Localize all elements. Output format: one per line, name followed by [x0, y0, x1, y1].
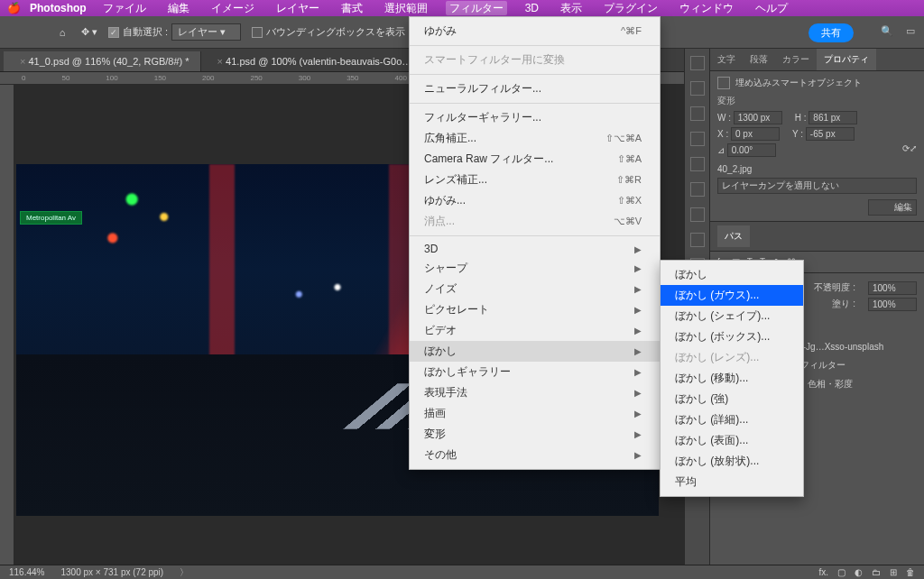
blur-submenu[interactable]: ぼかしぼかし (ガウス)...ぼかし (シェイプ)...ぼかし (ボックス)..… — [660, 260, 804, 497]
menu-item[interactable]: Camera Raw フィルター...⇧⌘A — [410, 149, 660, 170]
status-bar: 116.44% 1300 px × 731 px (72 ppi) 〉 fx. … — [0, 565, 924, 579]
auto-select-label: 自動選択 : — [123, 25, 168, 39]
submenu-item[interactable]: ぼかし (ガウス)... — [661, 285, 803, 306]
angle-input[interactable]: 0.00° — [727, 143, 776, 157]
show-bbox-checkbox[interactable] — [252, 27, 263, 38]
apple-icon[interactable]: 🍎 — [7, 2, 21, 14]
submenu-item: ぼかし (レンズ)... — [661, 347, 803, 368]
wand-icon[interactable] — [690, 132, 705, 146]
submenu-item[interactable]: ぼかし (ボックス)... — [661, 326, 803, 347]
auto-select-checkbox[interactable]: ✓ — [108, 27, 119, 38]
submenu-item[interactable]: ぼかし (表面)... — [661, 430, 803, 451]
menu-イメージ[interactable]: イメージ — [208, 1, 258, 15]
auto-select-target[interactable]: レイヤー ▾ — [171, 23, 241, 41]
menu-フィルター[interactable]: フィルター — [446, 1, 507, 15]
mask-new-icon[interactable]: ▢ — [837, 567, 845, 577]
height-input[interactable]: 861 px — [808, 111, 857, 124]
brush-icon[interactable] — [690, 233, 705, 247]
panel-tab-カラー[interactable]: カラー — [775, 49, 817, 70]
menu-item[interactable]: 広角補正...⇧⌥⌘A — [410, 128, 660, 149]
marquee-icon[interactable] — [690, 81, 705, 96]
linked-object-name: 40_2.jpg — [717, 164, 917, 174]
menu-編集[interactable]: 編集 — [164, 1, 193, 15]
menu-item[interactable]: ビデオ▶ — [410, 320, 660, 341]
document-tab[interactable]: × 41.psd @ 100% (valentin-beauvais-G0o… — [201, 51, 424, 71]
doc-dims: 1300 px × 731 px (72 ppi) — [60, 567, 163, 577]
submenu-item[interactable]: ぼかし (移動)... — [661, 368, 803, 389]
move-tool-icon[interactable]: ✥ ▾ — [81, 26, 97, 38]
menu-item[interactable]: 表現手法▶ — [410, 382, 660, 403]
menu-item[interactable]: ゆがみ...⇧⌘X — [410, 190, 660, 211]
menu-選択範囲[interactable]: 選択範囲 — [381, 1, 431, 15]
search-icon[interactable]: 🔍 — [881, 25, 893, 37]
menu-レイヤー[interactable]: レイヤー — [273, 1, 323, 15]
submenu-item[interactable]: ぼかし (詳細)... — [661, 409, 803, 430]
panel-tab-段落[interactable]: 段落 — [743, 49, 775, 70]
menu-item[interactable]: フィルターギャラリー... — [410, 107, 660, 128]
workspace-icon[interactable]: ▭ — [906, 25, 915, 37]
panel-tab-文字[interactable]: 文字 — [710, 49, 743, 70]
menu-ヘルプ[interactable]: ヘルプ — [752, 1, 791, 15]
submenu-item[interactable]: 平均 — [661, 472, 803, 492]
layer-name: 色相・彩度 — [808, 378, 853, 391]
menu-item[interactable]: ゆがみ^⌘F — [410, 21, 660, 41]
menu-item[interactable]: ノイズ▶ — [410, 279, 660, 299]
document-tab[interactable]: × 41_0.psd @ 116% (40_2, RGB/8#) * — [4, 51, 201, 71]
adjustment-icon[interactable]: ◐ — [855, 567, 863, 577]
menu-item[interactable]: ピクセレート▶ — [410, 299, 660, 320]
share-button[interactable]: 共有 — [808, 23, 854, 42]
smart-object-icon — [717, 77, 730, 89]
width-input[interactable]: 1300 px — [734, 111, 782, 124]
menu-item[interactable]: 描画▶ — [410, 403, 660, 424]
crop-icon[interactable] — [690, 157, 705, 171]
delete-icon[interactable]: 🗑 — [906, 567, 915, 577]
menu-item[interactable]: その他▶ — [410, 445, 660, 465]
menu-ウィンドウ[interactable]: ウィンドウ — [676, 1, 737, 15]
close-tab-icon[interactable]: × — [217, 56, 223, 67]
submenu-item[interactable]: ぼかし (放射状)... — [661, 451, 803, 472]
menu-item: 消点...⌥⌘V — [410, 211, 660, 232]
menu-プラグイン[interactable]: プラグイン — [600, 1, 661, 15]
menu-書式[interactable]: 書式 — [337, 1, 366, 15]
frame-icon[interactable] — [690, 182, 705, 197]
menu-3D[interactable]: 3D — [522, 1, 542, 15]
properties-tabs: 文字段落カラープロパティ — [710, 49, 924, 71]
fill-input[interactable]: 100% — [868, 298, 917, 311]
menu-ファイル[interactable]: ファイル — [99, 1, 150, 15]
os-menubar: 🍎 Photoshop ファイル編集イメージレイヤー書式選択範囲フィルター3D表… — [0, 0, 924, 16]
show-bbox-label: バウンディングボックスを表示 — [266, 25, 405, 39]
zoom-readout[interactable]: 116.44% — [9, 567, 44, 577]
panel-tab-プロパティ[interactable]: プロパティ — [817, 49, 876, 70]
y-input[interactable]: -65 px — [806, 127, 855, 141]
menu-item[interactable]: ニューラルフィルター... — [410, 78, 660, 99]
filter-menu-dropdown[interactable]: ゆがみ^⌘Fスマートフィルター用に変換ニューラルフィルター...フィルターギャラ… — [409, 16, 661, 470]
new-layer-icon[interactable]: ⊞ — [890, 567, 897, 577]
menu-item[interactable]: 変形▶ — [410, 424, 660, 445]
menu-item[interactable]: ぼかしギャラリー▶ — [410, 362, 660, 382]
edit-contents-button[interactable]: 編集 — [868, 199, 917, 216]
menu-item[interactable]: ぼかし▶ — [410, 341, 660, 362]
transform-header: 変形 — [717, 95, 917, 107]
submenu-item[interactable]: ぼかし (強) — [661, 389, 803, 409]
layer-comp-select[interactable]: レイヤーカンプを適用しない — [717, 178, 917, 194]
lasso-icon[interactable] — [690, 106, 705, 121]
opacity-input[interactable]: 100% — [868, 281, 917, 295]
properties-object-type: 埋め込みスマートオブジェクト — [735, 77, 862, 89]
menu-表示[interactable]: 表示 — [557, 1, 586, 15]
tab-paths[interactable]: パス — [717, 225, 750, 247]
move-icon[interactable] — [690, 56, 705, 70]
menu-item: スマートフィルター用に変換 — [410, 50, 660, 70]
street-sign: Metropolitan Av — [20, 211, 82, 225]
home-icon[interactable]: ⌂ — [54, 24, 70, 41]
menu-item[interactable]: レンズ補正...⇧⌘R — [410, 170, 660, 190]
menu-item[interactable]: 3D▶ — [410, 240, 660, 258]
menu-item[interactable]: シャープ▶ — [410, 258, 660, 279]
submenu-item[interactable]: ぼかし (シェイプ)... — [661, 306, 803, 326]
x-input[interactable]: 0 px — [731, 127, 780, 141]
app-name[interactable]: Photoshop — [30, 2, 87, 14]
submenu-item[interactable]: ぼかし — [661, 264, 803, 285]
eyedropper-icon[interactable] — [690, 207, 705, 222]
group-icon[interactable]: 🗀 — [872, 567, 881, 577]
close-tab-icon[interactable]: × — [20, 56, 25, 67]
fx-status-icon[interactable]: fx. — [818, 567, 828, 577]
